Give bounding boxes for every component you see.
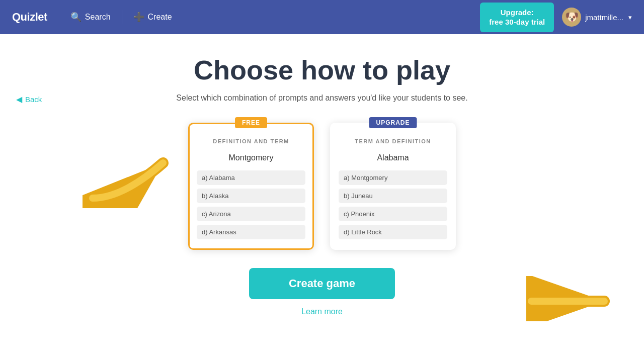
learn-more-link[interactable]: Learn more — [301, 307, 343, 316]
main-content: Choose how to play Select which combinat… — [0, 34, 644, 316]
nav-right: Upgrade: free 30-day trial 🐶 jmattmille.… — [480, 3, 632, 32]
card-option: a) Alabama — [197, 170, 305, 185]
arrow-right-decoration — [526, 276, 627, 323]
card-options-2: a) Montgomery b) Juneau c) Phoenix d) Li… — [332, 170, 454, 239]
back-chevron-icon: ◀ — [16, 95, 22, 104]
free-badge: FREE — [235, 117, 267, 128]
navbar: Quizlet 🔍 Search ➕ Create Upgrade: free … — [0, 0, 644, 34]
upgrade-button[interactable]: Upgrade: free 30-day trial — [480, 3, 554, 32]
card-prompt-1: Montgomery — [190, 149, 312, 170]
card-option: b) Juneau — [339, 189, 447, 203]
card-option: d) Little Rock — [339, 225, 447, 239]
cards-area: FREE DEFINITION AND TERM Montgomery a) A… — [188, 123, 456, 250]
search-button[interactable]: 🔍 Search — [63, 9, 118, 26]
page-subtitle: Select which combination of prompts and … — [176, 94, 467, 103]
card-term-and-definition[interactable]: UPGRADE TERM AND DEFINITION Alabama a) M… — [330, 123, 456, 250]
logo[interactable]: Quizlet — [12, 11, 47, 24]
card-option: a) Montgomery — [339, 170, 447, 185]
page-title: Choose how to play — [194, 54, 450, 85]
nav-divider — [122, 10, 122, 24]
create-icon: ➕ — [133, 12, 144, 23]
card-prompt-2: Alabama — [332, 149, 454, 170]
arrow-left-decoration — [83, 148, 193, 210]
user-menu[interactable]: 🐶 jmattmille... ▾ — [562, 8, 632, 27]
username-label: jmattmille... — [585, 13, 623, 22]
back-link[interactable]: ◀ Back — [16, 95, 42, 104]
create-game-button[interactable]: Create game — [249, 268, 395, 299]
card-option: d) Arkansas — [197, 225, 305, 239]
card-option: c) Phoenix — [339, 207, 447, 221]
card-options-1: a) Alabama b) Alaska c) Arizona d) Arkan… — [190, 170, 312, 239]
search-icon: 🔍 — [70, 12, 82, 23]
card-definition-and-term[interactable]: FREE DEFINITION AND TERM Montgomery a) A… — [188, 123, 314, 250]
card-option: b) Alaska — [197, 189, 305, 203]
card-option: c) Arizona — [197, 207, 305, 221]
create-button[interactable]: ➕ Create — [126, 9, 179, 26]
avatar: 🐶 — [562, 8, 581, 27]
chevron-down-icon: ▾ — [628, 14, 632, 21]
upgrade-badge: UPGRADE — [369, 117, 417, 128]
